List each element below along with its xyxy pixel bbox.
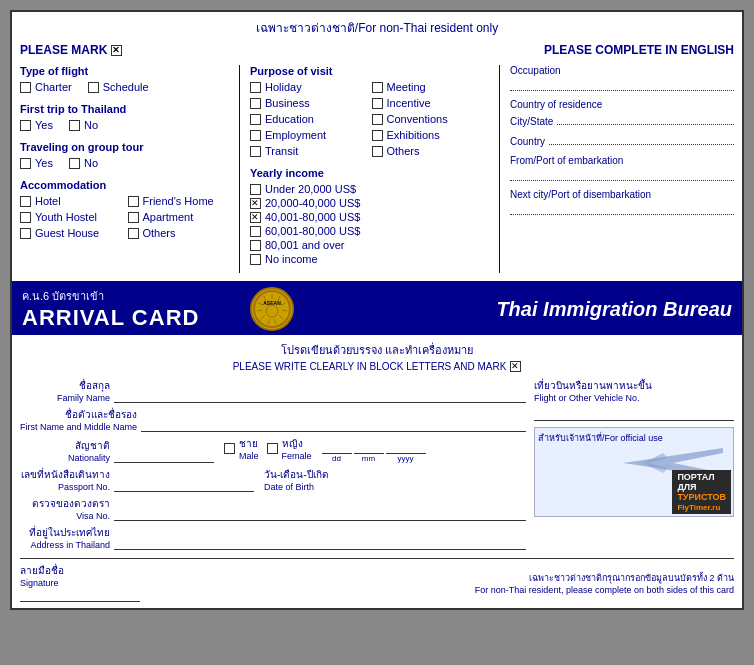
country-field[interactable]: [549, 131, 734, 145]
passport-eng: Passport No.: [20, 482, 110, 492]
apartment-option[interactable]: Apartment: [128, 211, 232, 223]
country-row: Country: [510, 131, 734, 147]
passport-field[interactable]: [114, 478, 254, 492]
income-under-20k[interactable]: Under 20,000 US$: [250, 183, 489, 195]
friends-home-option[interactable]: Friend's Home: [128, 195, 232, 207]
group-tour-yes[interactable]: Yes: [20, 157, 53, 169]
incentive-option[interactable]: Incentive: [372, 97, 490, 109]
income-20-40k[interactable]: 20,000-40,000 US$: [250, 197, 489, 209]
male-checkbox[interactable]: [224, 443, 235, 454]
guest-house-option[interactable]: Guest House: [20, 227, 124, 239]
employment-checkbox[interactable]: [250, 130, 261, 141]
first-trip-no[interactable]: No: [69, 119, 98, 131]
bottom-mark-checkbox[interactable]: [510, 361, 521, 372]
charter-option[interactable]: Charter: [20, 81, 72, 93]
income-under-20k-checkbox[interactable]: [250, 184, 261, 195]
city-state-field[interactable]: [557, 111, 734, 125]
first-trip-no-checkbox[interactable]: [69, 120, 80, 131]
nationality-thai: สัญชาติ: [20, 438, 110, 453]
income-over-80k-checkbox[interactable]: [250, 240, 261, 251]
flight-label: เที่ยวบินหรือยานพาหนะขึ้น Flight or Othe…: [534, 378, 652, 403]
apartment-checkbox[interactable]: [128, 212, 139, 223]
business-checkbox[interactable]: [250, 98, 261, 109]
country-label: Country: [510, 136, 545, 147]
youth-hostel-checkbox[interactable]: [20, 212, 31, 223]
group-tour-yes-checkbox[interactable]: [20, 158, 31, 169]
group-tour-group: Traveling on group tour Yes No: [20, 141, 231, 171]
please-mark-checkbox[interactable]: [111, 45, 122, 56]
dob-label-inline: วัน-เดือน-ปีเกิด Date of Birth: [264, 467, 329, 492]
card-container: เฉพาะชาวต่างชาติ/For non-Thai resident o…: [10, 10, 744, 610]
address-thai: ที่อยู่ในประเทศไทย: [20, 525, 110, 540]
flytimer-brand: ТУРИСТОВ: [677, 492, 726, 502]
income-none[interactable]: No income: [250, 253, 489, 265]
occupation-field[interactable]: [510, 77, 734, 91]
business-option[interactable]: Business: [250, 97, 368, 109]
schedule-checkbox[interactable]: [88, 82, 99, 93]
hotel-checkbox[interactable]: [20, 196, 31, 207]
charter-checkbox[interactable]: [20, 82, 31, 93]
visa-thai: ตรวจของดวงตรา: [20, 496, 110, 511]
exhibitions-checkbox[interactable]: [372, 130, 383, 141]
bottom-header-thai: โปรดเขียนด้วยบรรจง และทำเครื่องหมาย: [20, 341, 734, 359]
transit-checkbox[interactable]: [250, 146, 261, 157]
group-tour-no-checkbox[interactable]: [69, 158, 80, 169]
female-option[interactable]: หญิง Female: [267, 436, 312, 461]
income-40-80k-checkbox[interactable]: [250, 212, 261, 223]
holiday-checkbox[interactable]: [250, 82, 261, 93]
first-trip-yes[interactable]: Yes: [20, 119, 53, 131]
male-option[interactable]: ชาย Male: [224, 436, 259, 461]
education-option[interactable]: Education: [250, 113, 368, 125]
family-name-thai: ชื่อสกุล: [20, 378, 110, 393]
first-middle-field[interactable]: [141, 418, 526, 432]
bottom-left-fields: ชื่อสกุล Family Name ชื่อตัวและชื่อรอง F…: [20, 378, 526, 554]
income-over-80k[interactable]: 80,001 and over: [250, 239, 489, 251]
guest-house-checkbox[interactable]: [20, 228, 31, 239]
nationality-field[interactable]: [114, 449, 214, 463]
flytimer-badge: ПОРТАЛДЛЯТУРИСТОВ FlyTimer.ru: [672, 470, 731, 514]
hotel-option[interactable]: Hotel: [20, 195, 124, 207]
address-field[interactable]: [114, 536, 526, 550]
schedule-option[interactable]: Schedule: [88, 81, 149, 93]
flight-field[interactable]: [534, 407, 734, 421]
group-tour-no[interactable]: No: [69, 157, 98, 169]
nationality-gender-row: สัญชาติ Nationality ชาย Male: [20, 436, 526, 463]
asean-logo: ASEAN: [250, 287, 294, 331]
income-60-80k-checkbox[interactable]: [250, 226, 261, 237]
passport-row: เลขที่หนังสือเดินทาง Passport No. วัน-เด…: [20, 467, 526, 492]
income-60-80k[interactable]: 60,001-80,000 US$: [250, 225, 489, 237]
youth-hostel-option[interactable]: Youth Hostel: [20, 211, 124, 223]
exhibitions-option[interactable]: Exhibitions: [372, 129, 490, 141]
next-city-field[interactable]: [510, 201, 734, 215]
conventions-checkbox[interactable]: [372, 114, 383, 125]
from-port-label: From/Port of embarkation: [510, 155, 734, 166]
first-middle-label-block: ชื่อตัวและชื่อรอง First Name and Middle …: [20, 407, 137, 432]
others-option[interactable]: Others: [372, 145, 490, 157]
others-checkbox[interactable]: [372, 146, 383, 157]
first-middle-thai: ชื่อตัวและชื่อรอง: [20, 407, 137, 422]
income-40-80k[interactable]: 40,001-80,000 US$: [250, 211, 489, 223]
conventions-option[interactable]: Conventions: [372, 113, 490, 125]
accommodation-others-option[interactable]: Others: [128, 227, 232, 239]
visa-field[interactable]: [114, 507, 526, 521]
employment-option[interactable]: Employment: [250, 129, 368, 141]
family-name-field[interactable]: [114, 389, 526, 403]
family-name-eng: Family Name: [20, 393, 110, 403]
education-checkbox[interactable]: [250, 114, 261, 125]
income-20-40k-checkbox[interactable]: [250, 198, 261, 209]
holiday-option[interactable]: Holiday: [250, 81, 368, 93]
meeting-checkbox[interactable]: [372, 82, 383, 93]
friends-home-checkbox[interactable]: [128, 196, 139, 207]
dob-dd-field: dd: [322, 440, 352, 463]
female-checkbox[interactable]: [267, 443, 278, 454]
transit-option[interactable]: Transit: [250, 145, 368, 157]
signature-field[interactable]: [20, 588, 140, 602]
nationality-eng: Nationality: [20, 453, 110, 463]
meeting-option[interactable]: Meeting: [372, 81, 490, 93]
from-port-field[interactable]: [510, 167, 734, 181]
first-trip-yes-checkbox[interactable]: [20, 120, 31, 131]
visa-row: ตรวจของดวงตรา Visa No.: [20, 496, 526, 521]
incentive-checkbox[interactable]: [372, 98, 383, 109]
accommodation-others-checkbox[interactable]: [128, 228, 139, 239]
income-none-checkbox[interactable]: [250, 254, 261, 265]
